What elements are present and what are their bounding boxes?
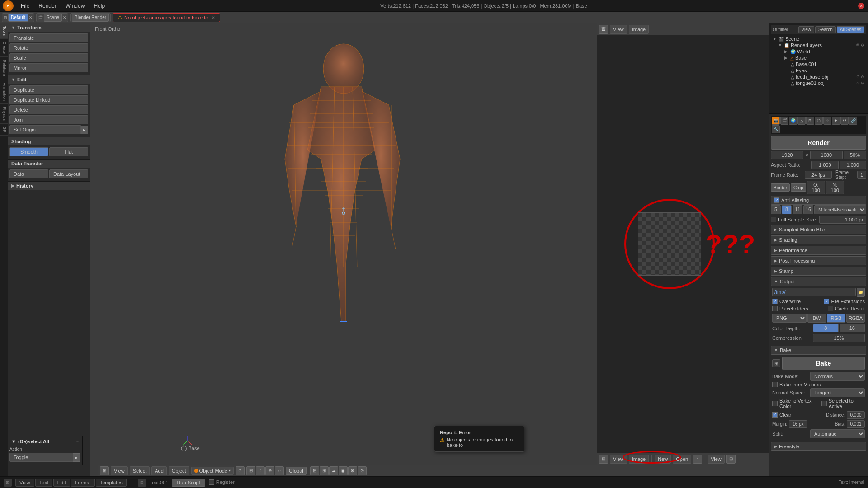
split-select[interactable]: Automatic [810, 429, 865, 438]
shading-panel-header[interactable]: Shading [8, 137, 90, 145]
pivot-icon[interactable]: ⊙ [236, 466, 245, 475]
tab-relations[interactable]: Relations [0, 57, 8, 80]
object-button[interactable]: Object [169, 466, 189, 475]
overlay5-icon[interactable]: ⚙ [348, 466, 357, 475]
bake-error-banner[interactable]: ⚠ No objects or images found to bake to … [113, 13, 220, 22]
footer-image-btn[interactable]: Image [629, 455, 649, 464]
bottom-edit-tab[interactable]: Edit [53, 479, 70, 487]
teeth-item[interactable]: △ teeth_base.obj ⊙ ⊙ [772, 74, 865, 80]
deselect-options-icon[interactable]: ≡ [76, 439, 79, 444]
footer-view-btn[interactable]: View [610, 455, 627, 464]
vertex-color-cb[interactable] [772, 401, 778, 406]
close-button[interactable]: ✕ [858, 3, 864, 9]
aa-header[interactable]: Anti-Aliasing [771, 196, 866, 205]
aa-checkbox[interactable] [774, 197, 779, 203]
rpt-material[interactable]: ⬡ [815, 117, 823, 125]
tab-create[interactable]: Create [0, 39, 8, 57]
footer-view2-icon[interactable]: ⊞ [726, 455, 736, 464]
rpt-mesh[interactable]: ⊞ [806, 117, 814, 125]
n-val[interactable]: N: 100 [826, 181, 844, 194]
footer-extra-icon[interactable]: ↕ [693, 455, 702, 464]
rpt-scene[interactable]: 🎬 [780, 117, 788, 125]
bottom-view-tab[interactable]: View [15, 479, 34, 487]
teeth-vis-icon[interactable]: ⊙ [856, 75, 860, 79]
set-origin-dropdown[interactable]: ▸ [81, 126, 88, 134]
set-origin-button[interactable]: Set Origin [9, 125, 81, 134]
duplicate-button[interactable]: Duplicate [9, 85, 88, 94]
border-button[interactable]: Border [771, 183, 790, 192]
crop-button[interactable]: Crop [791, 183, 806, 192]
overlay4-icon[interactable]: ◉ [339, 466, 348, 475]
bake-multires-cb[interactable] [772, 382, 778, 387]
outliner-allscenes-tab[interactable]: All Scenes [837, 26, 864, 33]
image-view-icon[interactable]: 🖼 [599, 25, 608, 34]
aa-filter-select[interactable]: Mitchell-Netravali [814, 205, 866, 214]
join-button[interactable]: Join [9, 115, 88, 124]
bias-val[interactable]: 0.001 [847, 420, 865, 428]
output-header[interactable]: ▼ Output [771, 277, 866, 286]
post-processing-header[interactable]: ▶ Post Processing [771, 256, 866, 265]
delete-button[interactable]: Delete [9, 105, 88, 114]
history-header[interactable]: ▶ History [8, 182, 90, 190]
bw-button[interactable]: BW [807, 314, 826, 323]
edit-header[interactable]: ▼ Edit [8, 75, 90, 84]
aa-5[interactable]: 5 [771, 205, 781, 214]
mirror-button[interactable]: Mirror [9, 63, 88, 72]
transform-orientation-selector[interactable]: Global [286, 467, 307, 475]
rpt-physics[interactable]: ⛓ [840, 117, 849, 125]
format-select[interactable]: PNG [772, 314, 807, 323]
base-item[interactable]: ▶ △ Base [772, 55, 865, 61]
menu-file[interactable]: File [16, 0, 34, 11]
bottom-format-tab[interactable]: Format [71, 479, 95, 487]
new-image-button[interactable]: New [655, 455, 671, 464]
menu-render[interactable]: Render [34, 0, 61, 11]
tongue-item[interactable]: △ tongue01.obj ⊙ ⊙ [772, 80, 865, 86]
overlay6-icon[interactable]: ⊙ [358, 466, 367, 475]
rpt-world[interactable]: 🌍 [789, 117, 797, 125]
bake-mode-select[interactable]: Normals [810, 372, 865, 381]
render-button[interactable]: Render [771, 136, 866, 150]
cache-cb[interactable] [828, 306, 833, 311]
flat-button[interactable]: Flat [49, 147, 88, 156]
snap2-icon[interactable]: : [256, 466, 265, 475]
outliner-view-tab[interactable]: View [798, 26, 815, 33]
aa-16[interactable]: 16 [803, 205, 813, 214]
aa-11[interactable]: 11 [793, 205, 802, 214]
data-transfer-header[interactable]: Data Transfer [8, 160, 90, 168]
o-val[interactable]: O: 100 [807, 181, 825, 194]
tongue-settings-icon[interactable]: ⊙ [861, 81, 864, 85]
select-button[interactable]: Select [130, 466, 150, 475]
margin-val[interactable]: 16 px [789, 420, 807, 428]
renderer-selector[interactable]: Blender Render [72, 14, 109, 22]
normal-space-select[interactable]: Tangent [810, 388, 865, 397]
register-cb[interactable] [209, 479, 214, 485]
data-layout-button[interactable]: Data Layout [49, 169, 88, 178]
full-sample-cb[interactable] [771, 217, 776, 222]
data-button[interactable]: Data [9, 169, 48, 178]
cd-8-btn[interactable]: 8 [813, 324, 839, 332]
rgb-button[interactable]: RGB [827, 314, 845, 323]
y-val[interactable]: 1.000 [840, 161, 867, 169]
height-input[interactable]: 1080 [810, 151, 843, 159]
selected-active-cb[interactable] [821, 401, 827, 406]
viewport-icon[interactable]: ⊞ [100, 466, 109, 475]
rpt-particle[interactable]: ✦ [832, 117, 840, 125]
rpt-object[interactable]: △ [797, 117, 806, 125]
aa-8[interactable]: 8 [782, 205, 792, 214]
path-browse-icon[interactable]: 📁 [857, 288, 865, 297]
image-image-button[interactable]: Image [629, 25, 649, 34]
rpt-render[interactable]: 📷 [772, 117, 780, 125]
distance-val[interactable]: 0.000 [847, 411, 865, 419]
scene-selector[interactable]: Scene [44, 14, 62, 22]
eyes-item[interactable]: △ Eyes [772, 67, 865, 74]
snap-icon[interactable]: ⊞ [246, 466, 255, 475]
overlay1-icon[interactable]: ⊞ [310, 466, 319, 475]
size-input[interactable]: 1.000 px [819, 216, 866, 224]
outliner-search-tab[interactable]: Search [815, 26, 836, 33]
bottom-templates-tab[interactable]: Templates [96, 479, 127, 487]
file-ext-cb[interactable] [824, 299, 829, 304]
smooth-button[interactable]: Smooth [9, 147, 48, 156]
overlay2-icon[interactable]: ⊞ [320, 466, 329, 475]
teeth-settings-icon[interactable]: ⊙ [861, 75, 864, 79]
footer-view2-btn[interactable]: View [708, 455, 725, 464]
